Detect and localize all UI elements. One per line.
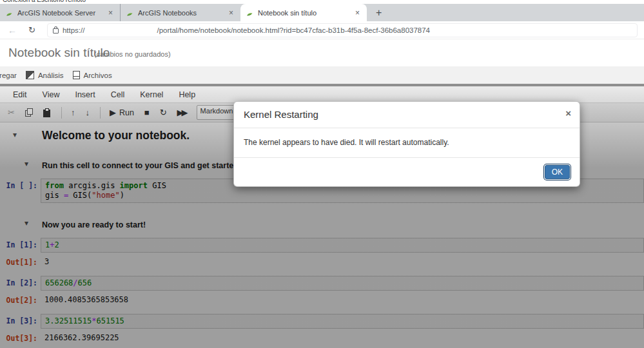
new-tab-button[interactable]: +: [369, 6, 388, 19]
tab-label: ArcGIS Notebooks: [138, 9, 224, 17]
dialog-message: The kernel appears to have died. It will…: [234, 128, 580, 158]
browser-tab-2[interactable]: Notebook sin título×: [240, 4, 367, 21]
arcgis-favicon: [126, 9, 133, 16]
refresh-icon[interactable]: ↻: [28, 25, 35, 35]
window-title-text: Conexión a Escritorio remoto: [3, 0, 86, 3]
tab-close-icon[interactable]: ×: [354, 8, 361, 17]
tab-label: Notebook sin título: [258, 9, 350, 17]
back-icon[interactable]: ←: [8, 25, 17, 35]
unsaved-status: (cambios no guardados): [94, 50, 171, 58]
dialog-title: Kernel Restarting: [244, 109, 318, 120]
dialog-footer: OK: [234, 158, 580, 186]
ribbon-item-archivos[interactable]: Archivos: [73, 71, 112, 79]
arcgis-ribbon: AgregarAnálisisArchivos: [0, 66, 644, 84]
browser-tab-1[interactable]: ArcGIS Notebooks×: [120, 4, 240, 21]
ribbon-item-analisis[interactable]: Análisis: [26, 71, 64, 79]
ok-button[interactable]: OK: [545, 165, 570, 179]
ribbon-item-label: Agregar: [0, 72, 17, 79]
ribbon-item-label: Archivos: [84, 72, 112, 79]
lock-icon: [53, 28, 59, 34]
ribbon-item-agregar[interactable]: Agregar: [0, 72, 17, 79]
browser-nav-bar: ← ↻ https:// /portal/home/notebook/noteb…: [0, 21, 644, 39]
url-field[interactable]: https:// /portal/home/notebook/notebook.…: [47, 23, 638, 37]
analysis-icon: [26, 71, 34, 79]
tab-close-icon[interactable]: ×: [107, 8, 114, 17]
arcgis-favicon: [6, 9, 13, 16]
kernel-restarting-dialog: Kernel Restarting × The kernel appears t…: [233, 101, 580, 187]
file-icon: [73, 71, 80, 79]
tab-close-icon[interactable]: ×: [228, 8, 235, 17]
browser-tab-0[interactable]: ArcGIS Notebook Server×: [0, 4, 120, 21]
dialog-header: Kernel Restarting ×: [234, 102, 580, 128]
url-path: /portal/home/notebook/notebook.html?rid=…: [157, 26, 430, 34]
close-icon[interactable]: ×: [565, 108, 571, 119]
tab-label: ArcGIS Notebook Server: [17, 9, 103, 17]
arcgis-favicon: [246, 9, 253, 16]
tab-strip: ArcGIS Notebook Server×ArcGIS Notebooks×…: [0, 4, 644, 21]
ribbon-item-label: Análisis: [38, 72, 64, 79]
notebook-app-header: Notebook sin título (cambios no guardado…: [0, 39, 644, 66]
url-scheme: https://: [63, 26, 85, 34]
